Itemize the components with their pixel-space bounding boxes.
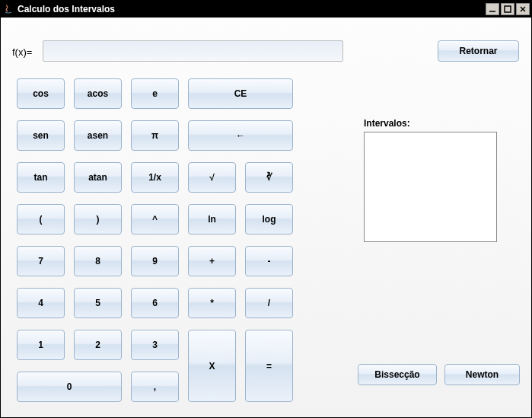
ce-button[interactable]: CE [188, 78, 293, 109]
back-button[interactable]: ← [188, 120, 293, 151]
sqrt-button[interactable]: √ [188, 162, 236, 193]
fx-input[interactable] [43, 40, 343, 62]
window-controls [486, 3, 530, 15]
close-button[interactable] [516, 3, 530, 15]
fx-label: f(x)= [12, 46, 32, 58]
asen-button[interactable]: asen [74, 120, 122, 151]
svg-rect-1 [505, 6, 511, 12]
digit-8-button[interactable]: 8 [74, 246, 122, 276]
atan-button[interactable]: atan [74, 162, 122, 193]
eq-button[interactable]: = [245, 330, 293, 402]
caret-button[interactable]: ^ [131, 204, 179, 235]
tan-button[interactable]: tan [17, 162, 65, 193]
digit-1-button[interactable]: 1 [17, 330, 65, 360]
retornar-button[interactable]: Retornar [438, 40, 519, 62]
app-window: Calculo dos Intervalos f(x)= Retornar co… [0, 0, 532, 418]
log-button[interactable]: log [245, 204, 293, 235]
div-button[interactable]: / [245, 288, 293, 318]
digit-5-button[interactable]: 5 [74, 288, 122, 318]
pi-button[interactable]: π [131, 120, 179, 151]
comma-button[interactable]: , [131, 372, 179, 402]
window-title: Calculo dos Intervalos [18, 4, 486, 14]
minus-button[interactable]: - [245, 246, 293, 276]
acos-button[interactable]: acos [74, 78, 122, 109]
digit-3-button[interactable]: 3 [131, 330, 179, 360]
java-icon [2, 3, 14, 15]
cos-button[interactable]: cos [17, 78, 65, 109]
lparen-button[interactable]: ( [17, 204, 65, 235]
digit-4-button[interactable]: 4 [17, 288, 65, 318]
digit-6-button[interactable]: 6 [131, 288, 179, 318]
intervals-label: Intervalos: [364, 118, 410, 129]
plus-button[interactable]: + [188, 246, 236, 276]
ln-button[interactable]: ln [188, 204, 236, 235]
rparen-button[interactable]: ) [74, 204, 122, 235]
digit-9-button[interactable]: 9 [131, 246, 179, 276]
digit-0-button[interactable]: 0 [17, 372, 122, 402]
digit-2-button[interactable]: 2 [74, 330, 122, 360]
maximize-button[interactable] [501, 3, 514, 15]
x-button[interactable]: X [188, 330, 236, 402]
e-button[interactable]: e [131, 78, 179, 109]
minimize-button[interactable] [486, 3, 499, 15]
bisseccao-button[interactable]: Bissecção [358, 364, 437, 385]
mult-button[interactable]: * [188, 288, 236, 318]
cbrt-button[interactable]: ∛ [245, 162, 293, 193]
content-area: f(x)= Retornar cos acos e CE sen asen π … [1, 18, 531, 417]
digit-7-button[interactable]: 7 [17, 246, 65, 276]
newton-button[interactable]: Newton [444, 364, 520, 385]
sen-button[interactable]: sen [17, 120, 65, 151]
intervals-list[interactable] [364, 132, 497, 242]
titlebar: Calculo dos Intervalos [1, 1, 531, 18]
oneoverx-button[interactable]: 1/x [131, 162, 179, 193]
